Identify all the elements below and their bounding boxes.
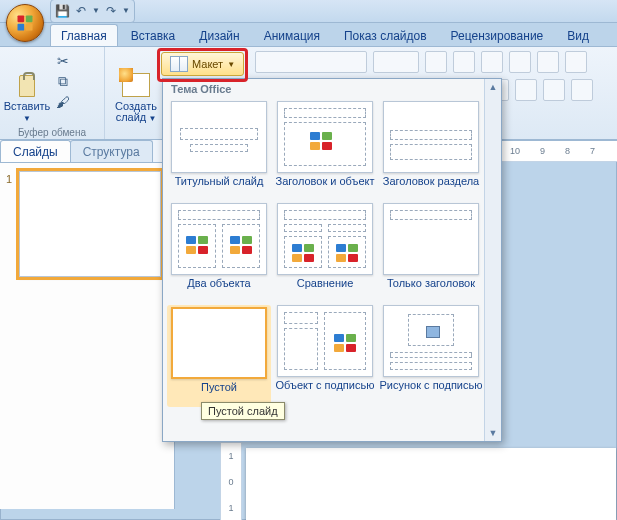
group-slides: Создать слайд ▼: [105, 47, 169, 139]
layout-label: Только заголовок: [387, 277, 475, 301]
shrink-font-button[interactable]: [453, 51, 475, 73]
layout-title-slide[interactable]: Титульный слайд: [167, 101, 271, 199]
tab-design[interactable]: Дизайн: [188, 24, 250, 46]
qat-customize-icon[interactable]: ▼: [122, 7, 130, 15]
scroll-down-icon[interactable]: ▼: [485, 425, 501, 441]
layout-section-header[interactable]: Заголовок раздела: [379, 101, 483, 199]
tab-insert[interactable]: Вставка: [120, 24, 187, 46]
svg-rect-3: [26, 24, 33, 31]
layout-comparison[interactable]: Сравнение: [273, 203, 377, 301]
new-slide-button[interactable]: Создать слайд ▼: [109, 49, 163, 125]
layout-blank[interactable]: Пустой: [167, 305, 271, 407]
layout-two-content[interactable]: Два объекта: [167, 203, 271, 301]
slides-group-spacer: [109, 125, 165, 140]
clipboard-icon: [13, 71, 41, 99]
tooltip-blank-slide: Пустой слайд: [201, 402, 285, 420]
tab-slideshow[interactable]: Показ слайдов: [333, 24, 438, 46]
layout-button-highlight: Макет ▼: [161, 52, 244, 76]
layout-label: Заголовок и объект: [276, 175, 375, 199]
tab-slides[interactable]: Слайды: [0, 140, 71, 162]
ruler-tick: 7: [580, 146, 605, 156]
tab-outline[interactable]: Структура: [70, 140, 153, 162]
left-panel-tabs: Слайды Структура: [0, 140, 175, 163]
ribbon-tabs: Главная Вставка Дизайн Анимация Показ сл…: [0, 23, 617, 47]
layout-title-content[interactable]: Заголовок и объект: [273, 101, 377, 199]
tab-home[interactable]: Главная: [50, 24, 118, 46]
indent-dec-button[interactable]: [537, 51, 559, 73]
vruler-tick: 1: [228, 451, 233, 461]
layout-title-only[interactable]: Только заголовок: [379, 203, 483, 301]
save-icon[interactable]: 💾: [55, 5, 70, 17]
vruler-tick: 0: [228, 477, 233, 487]
layout-content-caption[interactable]: Объект с подписью: [273, 305, 377, 407]
copy-icon[interactable]: ⧉: [58, 73, 68, 90]
bullets-button[interactable]: [481, 51, 503, 73]
ruler-tick: 8: [555, 146, 580, 156]
current-slide-canvas[interactable]: [246, 448, 616, 520]
paste-button[interactable]: Вставить▼: [4, 49, 50, 125]
numbering-button[interactable]: [509, 51, 531, 73]
layout-gallery: ▲ ▼ Тема Office Титульный слайд: [162, 78, 502, 442]
layout-picture-caption[interactable]: Рисунок с подписью: [379, 305, 483, 407]
svg-rect-2: [18, 24, 25, 31]
paste-label: Вставить: [4, 100, 51, 112]
tab-review[interactable]: Рецензирование: [440, 24, 555, 46]
layout-label: Заголовок раздела: [383, 175, 479, 199]
layout-button[interactable]: Макет ▼: [161, 52, 244, 76]
font-size-combo[interactable]: [373, 51, 419, 73]
office-logo-icon: [15, 13, 35, 33]
gallery-scrollbar[interactable]: ▲ ▼: [484, 79, 501, 441]
clipboard-group-label: Буфер обмена: [4, 125, 100, 140]
slide-panel: Слайды Структура 1: [0, 140, 175, 509]
clipboard-small-buttons: ✂ ⧉ 🖌: [52, 49, 74, 125]
scroll-up-icon[interactable]: ▲: [485, 79, 501, 95]
tab-animation[interactable]: Анимация: [253, 24, 331, 46]
format-painter-icon[interactable]: 🖌: [56, 94, 70, 110]
new-slide-icon: [122, 73, 150, 97]
layout-label: Рисунок с подписью: [380, 379, 483, 403]
redo-icon[interactable]: ↷: [106, 5, 116, 17]
vruler-tick: 1: [228, 503, 233, 513]
slide-thumbnail-1[interactable]: [19, 171, 161, 277]
chevron-down-icon: ▼: [227, 60, 235, 69]
align-right-button[interactable]: [515, 79, 537, 101]
vertical-ruler: 1 0 1: [220, 442, 242, 520]
ruler-tick: 9: [530, 146, 555, 156]
slide-number: 1: [6, 173, 12, 185]
layout-label: Титульный слайд: [175, 175, 264, 199]
quick-access-toolbar: 💾 ↶ ▼ ↷ ▼: [50, 0, 135, 23]
layout-label: Два объекта: [187, 277, 250, 301]
indent-inc-button[interactable]: [565, 51, 587, 73]
layout-label: Сравнение: [297, 277, 354, 301]
title-bar: 💾 ↶ ▼ ↷ ▼: [0, 0, 617, 23]
layout-icon: [170, 56, 188, 72]
group-clipboard: Вставить▼ ✂ ⧉ 🖌 Буфер обмена: [0, 47, 105, 139]
slide-thumbnails-pane: 1: [0, 163, 175, 509]
office-button[interactable]: [6, 4, 44, 42]
justify-button[interactable]: [543, 79, 565, 101]
svg-rect-0: [18, 16, 25, 23]
font-family-combo[interactable]: [255, 51, 367, 73]
layout-button-label: Макет: [192, 58, 223, 70]
gallery-section-title: Тема Office: [163, 79, 501, 99]
horizontal-ruler: 10 9 8 7: [500, 140, 617, 162]
cut-icon[interactable]: ✂: [57, 53, 69, 69]
grow-font-button[interactable]: [425, 51, 447, 73]
layout-label: Объект с подписью: [276, 379, 375, 403]
undo-dropdown-icon[interactable]: ▼: [92, 7, 100, 15]
columns-button[interactable]: [571, 79, 593, 101]
ruler-tick: 10: [500, 146, 530, 156]
undo-icon[interactable]: ↶: [76, 5, 86, 17]
picture-icon: [426, 326, 440, 338]
svg-rect-1: [26, 16, 33, 23]
tab-view[interactable]: Вид: [556, 24, 600, 46]
